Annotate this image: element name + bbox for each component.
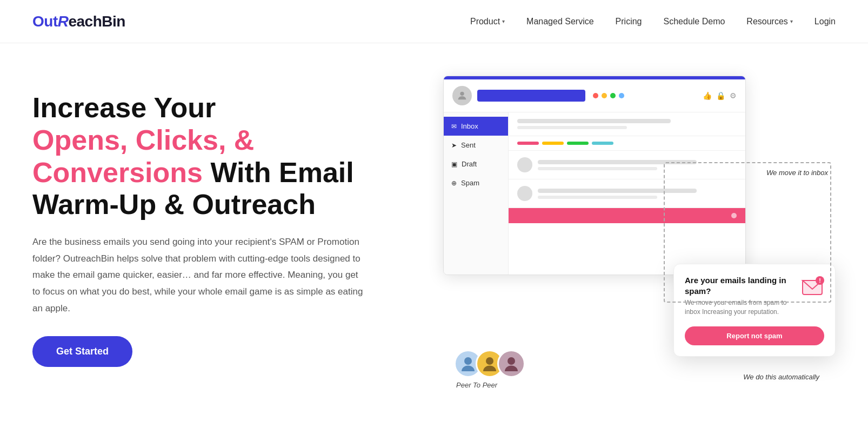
pink-highlight-row	[509, 208, 745, 223]
spam-card-title: Are your emails landing in spam?	[685, 275, 794, 296]
nav-resources[interactable]: Resources ▾	[746, 17, 792, 26]
pink-dot	[731, 213, 737, 218]
svg-point-0	[460, 92, 464, 96]
sidebar-inbox[interactable]: ✉ Inbox	[444, 117, 508, 136]
sidebar-sent[interactable]: ➤ Sent	[444, 136, 508, 155]
svg-text:!: !	[819, 277, 821, 284]
dot-blue	[619, 93, 624, 98]
nav: Product ▾ Managed Service Pricing Schedu…	[470, 17, 836, 26]
dot-red	[593, 93, 598, 98]
mockup-header-icons: 👍 🔒 ⚙	[703, 91, 737, 100]
mockup-search-bar	[477, 90, 585, 102]
hero-left: Increase Your Opens, Clicks, & Conversio…	[32, 76, 400, 367]
sent-icon: ➤	[451, 142, 457, 149]
peer-label: Peer To Peer	[456, 381, 497, 389]
peer-avatar-3	[497, 350, 525, 378]
email-line-top-2	[538, 189, 697, 193]
mockup-avatar	[452, 86, 472, 105]
resources-chevron-icon: ▾	[790, 18, 793, 24]
spam-card-header: Are your emails landing in spam? We move…	[685, 275, 824, 317]
thumbs-icon: 👍	[703, 91, 712, 100]
report-not-spam-button[interactable]: Report not spam	[685, 326, 824, 345]
peer-avatars	[454, 350, 525, 378]
dot-yellow	[602, 93, 607, 98]
email-row-1	[509, 151, 745, 179]
dot-green	[610, 93, 616, 98]
email-mockup: 👍 🔒 ⚙ ✉ Inbox ➤ Sent ▣	[443, 76, 746, 275]
sidebar-spam[interactable]: ⊕ Spam	[444, 173, 508, 192]
nav-product[interactable]: Product ▾	[470, 17, 505, 26]
bar-yellow	[542, 142, 564, 145]
mockup-body: ✉ Inbox ➤ Sent ▣ Draft ⊕ Spam	[444, 112, 745, 275]
email-line-bottom	[538, 167, 657, 170]
hero-subtext: Are the business emails you send going i…	[32, 234, 368, 317]
settings-icon: ⚙	[730, 91, 737, 100]
inbox-icon: ✉	[451, 123, 457, 130]
lock-icon: 🔒	[716, 91, 725, 100]
sidebar-draft[interactable]: ▣ Draft	[444, 155, 508, 173]
svg-point-8	[508, 357, 515, 365]
bar-teal	[592, 142, 613, 145]
bar-green	[567, 142, 589, 145]
mockup-dots	[593, 93, 624, 98]
hero-illustration: 👍 🔒 ⚙ ✉ Inbox ➤ Sent ▣	[432, 76, 836, 389]
svg-point-6	[464, 357, 472, 365]
logo[interactable]: OutReachBin	[32, 13, 125, 30]
get-started-button[interactable]: Get Started	[32, 336, 132, 367]
draft-icon: ▣	[451, 161, 457, 168]
peer-section: Peer To Peer	[454, 350, 525, 389]
inbox-annotation: We move it to inbox	[766, 169, 828, 177]
bar-red	[517, 142, 539, 145]
product-chevron-icon: ▾	[502, 18, 505, 24]
email-lines-2	[538, 189, 737, 199]
nav-login[interactable]: Login	[814, 17, 836, 26]
email-row-2	[509, 179, 745, 208]
email-avatar-1	[517, 157, 532, 172]
mockup-header: 👍 🔒 ⚙	[444, 79, 745, 112]
spam-icon: ⊕	[451, 179, 457, 187]
nav-pricing[interactable]: Pricing	[616, 17, 642, 26]
nav-schedule-demo[interactable]: Schedule Demo	[664, 17, 725, 26]
draft-bars	[509, 136, 745, 151]
spam-envelope-icon: !	[800, 275, 824, 299]
email-line-bottom-2	[538, 196, 657, 199]
hero-heading: Increase Your Opens, Clicks, & Conversio…	[32, 92, 400, 221]
email-line-top	[538, 160, 697, 164]
auto-annotation: We do this automatically	[743, 373, 819, 381]
spam-card: Are your emails landing in spam? We move…	[673, 264, 836, 357]
hero-section: Increase Your Opens, Clicks, & Conversio…	[0, 43, 868, 411]
email-avatar-2	[517, 186, 532, 201]
email-lines-1	[538, 160, 737, 170]
mockup-sidebar: ✉ Inbox ➤ Sent ▣ Draft ⊕ Spam	[444, 112, 509, 275]
nav-managed-service[interactable]: Managed Service	[526, 17, 594, 26]
svg-point-7	[486, 357, 493, 365]
mockup-email-list	[509, 112, 745, 275]
spam-card-subtitle: We move your emails from spam to inbox I…	[685, 298, 794, 317]
